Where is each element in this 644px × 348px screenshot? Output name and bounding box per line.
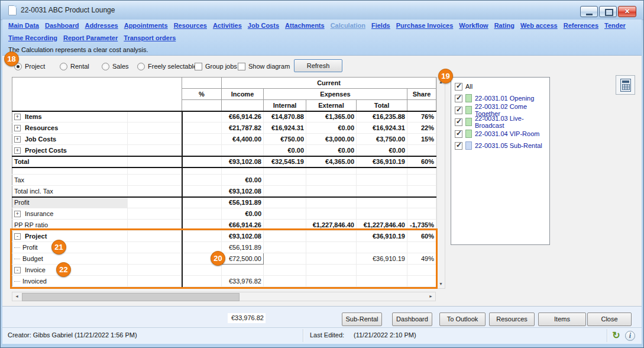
scroll-down-icon[interactable]: ▼ [437, 279, 445, 288]
close-button[interactable]: Close [587, 312, 632, 326]
checkbox[interactable]: ✓ [455, 107, 462, 114]
label-cell: Total [12, 156, 128, 167]
radio-sales[interactable]: Sales [102, 62, 129, 71]
radio-freely-selectable-control[interactable] [137, 63, 145, 70]
header-empty [407, 100, 436, 111]
callout-badge-20: 20 [211, 251, 225, 266]
budget-income-field[interactable]: €72,500.00 [222, 253, 264, 265]
label-cell: +Resources [12, 123, 128, 134]
spacer-row [12, 167, 436, 175]
last-edited-label: Last Edited: [310, 331, 344, 339]
scroll-right-icon[interactable]: ► [426, 292, 435, 301]
nav-main-data[interactable]: Main Data [8, 22, 39, 29]
header-empty [182, 100, 222, 111]
job-item-vip-room[interactable]: ✓ 22-0031.04 VIP-Room [451, 128, 549, 140]
vertical-scrollbar[interactable]: ▲ ▼ [436, 77, 445, 289]
label-cell: +Job Costs [12, 134, 128, 145]
nav-time-recording[interactable]: Time Recording [8, 34, 57, 41]
resources-button[interactable]: Resources [489, 312, 535, 326]
nav-workflow[interactable]: Workflow [459, 22, 488, 29]
expand-icon[interactable]: + [14, 125, 21, 131]
minimize-button[interactable] [580, 6, 598, 17]
sync-icon[interactable]: ↻ [610, 330, 622, 341]
expand-icon[interactable]: + [14, 211, 21, 217]
checkbox[interactable]: ✓ [455, 118, 462, 126]
radio-project-label: Project [25, 63, 45, 70]
income-cell: €56,191.89 [222, 197, 264, 208]
nav-purchase-invoices[interactable]: Purchase Invoices [396, 22, 454, 29]
label-cell: Budget [12, 253, 128, 265]
nav-activities[interactable]: Activities [213, 22, 242, 29]
info-icon[interactable]: i [625, 331, 635, 341]
job-item-all[interactable]: ✓ All [451, 80, 549, 92]
app-window: 22-0031 ABC Product Lounge ✕ Main Data D… [0, 0, 644, 348]
job-item-opening[interactable]: ✓ 22-0031.01 Opening [451, 92, 549, 104]
radio-freely-selectable[interactable]: Freely selectable [137, 62, 197, 71]
horizontal-scrollbar-thumb[interactable] [22, 293, 240, 301]
checkbox-group-jobs-control[interactable] [195, 63, 202, 70]
expand-icon[interactable]: + [14, 114, 21, 120]
checkmark-icon: ✓ [456, 141, 462, 149]
nav-calculation[interactable]: Calculation [331, 22, 365, 29]
dashboard-button[interactable]: Dashboard [392, 312, 432, 326]
collapse-icon[interactable]: - [14, 233, 21, 240]
nav-report-parameter[interactable]: Report Parameter [63, 34, 118, 41]
radio-rental[interactable]: Rental [60, 62, 89, 71]
label-cell: +Insurance [12, 208, 128, 220]
document-icon [8, 5, 17, 15]
checkbox[interactable]: ✓ [455, 95, 462, 102]
nav-web-access[interactable]: Web access [520, 22, 558, 29]
job-item-live-broadcast[interactable]: ✓ 22-0031.03 Live-Broadcast [451, 116, 549, 128]
nav-rating[interactable]: Rating [494, 22, 514, 29]
sub-rental-button[interactable]: Sub-Rental [342, 312, 382, 326]
expand-icon[interactable]: + [14, 136, 21, 143]
nav-resources[interactable]: Resources [174, 22, 207, 29]
nav-attachments[interactable]: Attachments [285, 22, 325, 29]
items-button[interactable]: Items [538, 312, 586, 326]
checkbox[interactable]: ✓ [455, 83, 462, 91]
checkbox-show-diagram-control[interactable] [238, 63, 245, 70]
job-item-come-together[interactable]: ✓ 22-0031.02 Come Together [451, 104, 549, 116]
titlebar[interactable]: 22-0031 ABC Product Lounge ✕ [0, 0, 644, 20]
nav-fields[interactable]: Fields [371, 22, 390, 29]
job-item-sub-rental[interactable]: ✓ 22-0031.05 Sub-Rental [451, 140, 549, 152]
collapse-icon[interactable]: - [14, 267, 21, 273]
maximize-button[interactable] [599, 6, 617, 17]
to-outlook-button[interactable]: To Outlook [439, 312, 486, 326]
scroll-left-icon[interactable]: ◄ [12, 292, 21, 301]
checkmark-icon: ✓ [456, 129, 462, 137]
nav-transport-orders[interactable]: Transport orders [124, 34, 176, 41]
checkbox-group-jobs-label: Group jobs [205, 63, 237, 70]
header-external: External [306, 100, 357, 111]
nav-references[interactable]: References [564, 22, 598, 29]
nav-appointments[interactable]: Appointments [124, 22, 168, 29]
checkbox[interactable]: ✓ [455, 130, 462, 138]
checkbox[interactable]: ✓ [455, 142, 462, 150]
external-cell: €1,365.00 [306, 111, 357, 123]
checkmark-icon: ✓ [456, 105, 462, 114]
menu-area: Main Data Dashboard Addresses Appointmen… [2, 20, 642, 55]
income-cell: €93,102.08 [222, 231, 264, 242]
radio-sales-control[interactable] [102, 63, 109, 70]
header-pct-top-cell [182, 78, 222, 89]
calculator-button[interactable] [616, 75, 635, 95]
share-cell: 60% [407, 156, 436, 167]
expand-icon[interactable]: + [14, 147, 21, 154]
total-cell: €36,910.19 [357, 253, 407, 265]
tree-line [14, 258, 20, 259]
refresh-button[interactable]: Refresh [294, 59, 342, 72]
radio-rental-control[interactable] [60, 63, 67, 70]
header-share: Share [407, 89, 436, 100]
nav-job-costs[interactable]: Job Costs [248, 22, 279, 29]
close-window-button[interactable]: ✕ [618, 6, 636, 17]
checkbox-show-diagram[interactable]: Show diagram [238, 62, 290, 71]
minimize-icon [586, 14, 593, 15]
radio-project[interactable]: Project [14, 62, 45, 71]
job-label: 22-0031.04 VIP-Room [475, 130, 539, 137]
nav-addresses[interactable]: Addresses [85, 22, 118, 29]
nav-dashboard[interactable]: Dashboard [45, 22, 79, 29]
nav-tender[interactable]: Tender [604, 22, 626, 29]
checkbox-group-jobs[interactable]: Group jobs [195, 62, 237, 71]
horizontal-scrollbar[interactable]: ◄ ► [12, 292, 436, 301]
creator-status-text: Creator: Gibbs Gabriel (11/21/2022 1:56 … [8, 331, 137, 339]
